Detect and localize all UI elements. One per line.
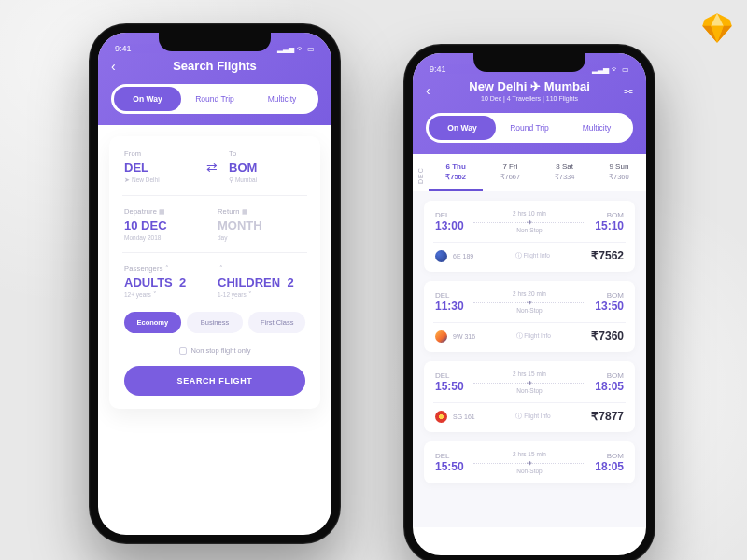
chevron-up-icon[interactable]: ˄	[165, 265, 169, 272]
date-day: 9 Sun	[592, 162, 646, 171]
flight-card[interactable]: DEL15:502 hrs 15 min✈Non-StopBOM18:05SG …	[424, 361, 635, 432]
date-option[interactable]: 6 Thu₹7562	[429, 154, 483, 191]
flight-stops: Non-Stop	[468, 468, 592, 474]
pin-icon: ⚲	[229, 176, 235, 183]
chevron-down-icon[interactable]: ˅	[248, 291, 252, 298]
flight-card[interactable]: DEL11:302 hrs 20 min✈Non-StopBOM13:509W …	[424, 281, 635, 352]
wifi-icon: ᯤ	[612, 65, 619, 74]
arr-code: BOM	[595, 371, 624, 380]
airline-code: 6E 189	[453, 253, 473, 259]
airline-code: 9W 316	[453, 333, 475, 340]
from-label: From	[124, 149, 201, 158]
back-button[interactable]: ‹	[111, 59, 116, 74]
date-day: 7 Fri	[483, 162, 537, 171]
flight-info-link[interactable]: Flight Info	[515, 413, 550, 421]
tab-multicity[interactable]: Multicity	[248, 87, 316, 111]
date-day: 6 Thu	[429, 162, 483, 171]
children-sub: 1-12 years ˅	[218, 291, 305, 299]
airline-logo-icon	[435, 250, 447, 262]
arr-code: BOM	[595, 291, 624, 300]
flight-card[interactable]: DEL13:002 hrs 10 min✈Non-StopBOM15:106E …	[424, 201, 635, 272]
cabin-class-pills: Economy Business First Class	[124, 312, 305, 333]
dep-time: 15:50	[435, 460, 464, 473]
passengers-label: Passengers ˄	[124, 264, 212, 273]
dep-code: DEL	[435, 452, 464, 460]
chevron-down-icon[interactable]: ˅	[153, 291, 157, 298]
flight-duration: 2 hrs 15 min	[468, 371, 592, 377]
date-price: ₹7667	[483, 173, 537, 181]
trip-type-tabs: On Way Round Trip Multicity	[426, 113, 633, 143]
trip-type-tabs: On Way Round Trip Multicity	[111, 84, 318, 114]
calendar-icon: ▦	[159, 208, 165, 215]
plane-icon: ✈	[527, 458, 533, 467]
departure-value: 10 DEC	[124, 218, 212, 232]
chevron-up-icon[interactable]: ˄	[219, 265, 223, 272]
month-label: DEC	[413, 154, 429, 191]
airline-logo-icon	[435, 330, 447, 343]
sketch-logo-icon	[700, 11, 734, 45]
tab-on-way[interactable]: On Way	[114, 87, 181, 111]
arr-code: BOM	[595, 211, 624, 219]
date-option[interactable]: 8 Sat₹7334	[538, 154, 592, 191]
swap-icon[interactable]: ⇄	[201, 160, 223, 175]
arr-code: BOM	[595, 452, 624, 460]
class-firstclass[interactable]: First Class	[248, 312, 305, 333]
date-option[interactable]: 7 Fri₹7667	[483, 154, 537, 191]
flight-card[interactable]: DEL15:502 hrs 15 min✈Non-StopBOM18:05	[424, 441, 635, 483]
class-business[interactable]: Business	[187, 312, 244, 333]
plane-icon: ✈	[530, 79, 541, 93]
from-field[interactable]: From DEL ➤ New Delhi	[124, 149, 201, 184]
tab-round-trip[interactable]: Round Trip	[181, 87, 248, 111]
arr-time: 15:10	[595, 219, 624, 232]
phone-flight-results: 9:41 ▂▃▅ ᯤ ▭ ‹ New Delhi ✈ Mumbai 10 Dec…	[403, 44, 655, 560]
signal-icon: ▂▃▅	[277, 45, 294, 53]
date-price-strip: DEC 6 Thu₹75627 Fri₹76678 Sat₹73349 Sun₹…	[413, 154, 646, 191]
departure-label: Depatrure ▦	[124, 207, 212, 216]
date-day: 8 Sat	[538, 162, 592, 171]
checkbox-icon	[179, 347, 187, 355]
return-value: MONTH	[218, 218, 305, 232]
departure-field[interactable]: Depatrure ▦ 10 DEC Monday 2018	[124, 207, 212, 241]
arr-time: 18:05	[595, 380, 624, 393]
back-button[interactable]: ‹	[426, 83, 430, 98]
adults-field[interactable]: Passengers ˄ ADULTS 2 12+ years ˅	[124, 264, 212, 299]
return-label: Return ▦	[218, 207, 305, 216]
return-field[interactable]: Return ▦ MONTH day	[212, 207, 305, 241]
to-label: To	[229, 149, 305, 158]
return-sub: day	[218, 234, 305, 241]
date-option[interactable]: 9 Sun₹7360	[592, 154, 646, 191]
tab-round-trip[interactable]: Round Trip	[496, 116, 563, 140]
page-title: Search Flights	[173, 59, 257, 73]
arr-time: 18:05	[595, 460, 624, 473]
flight-info-link[interactable]: Flight Info	[515, 252, 550, 260]
nonstop-checkbox[interactable]: Non stop flight only	[124, 346, 305, 355]
flight-info-link[interactable]: Flight Info	[516, 332, 551, 341]
tab-on-way[interactable]: On Way	[429, 116, 496, 140]
nonstop-label: Non stop flight only	[191, 346, 251, 355]
from-code: DEL	[124, 161, 201, 175]
location-icon: ➤	[124, 176, 132, 183]
airline-logo-icon	[435, 411, 447, 423]
flight-list[interactable]: DEL13:002 hrs 10 min✈Non-StopBOM15:106E …	[413, 191, 646, 527]
status-time: 9:41	[430, 64, 446, 74]
flight-duration: 2 hrs 20 min	[468, 290, 592, 297]
phone-search-flights: 9:41 ▂▃▅ ᯤ ▭ ‹ Search Flights On Way Rou…	[89, 23, 341, 544]
dep-code: DEL	[435, 371, 464, 380]
dep-time: 13:00	[435, 219, 464, 232]
plane-icon: ✈	[527, 378, 533, 386]
device-notch	[473, 53, 585, 72]
status-icons: ▂▃▅ ᯤ ▭	[592, 65, 629, 74]
calendar-icon: ▦	[242, 208, 248, 215]
share-icon[interactable]: ⫘	[623, 85, 633, 96]
search-flight-button[interactable]: SEARCH FLIGHT	[124, 366, 305, 396]
to-field[interactable]: To BOM ⚲ Mumbai	[223, 149, 305, 184]
flight-price: ₹7877	[591, 410, 624, 423]
children-field[interactable]: ˄ CHILDREN 2 1-12 years ˅	[212, 264, 305, 299]
flight-price: ₹7562	[591, 249, 624, 262]
dep-time: 15:50	[435, 380, 464, 393]
from-city: ➤ New Delhi	[124, 176, 201, 184]
battery-icon: ▭	[622, 65, 629, 74]
tab-multicity[interactable]: Multicity	[563, 116, 630, 140]
class-economy[interactable]: Economy	[124, 312, 181, 333]
children-value: CHILDREN 2	[218, 275, 305, 289]
